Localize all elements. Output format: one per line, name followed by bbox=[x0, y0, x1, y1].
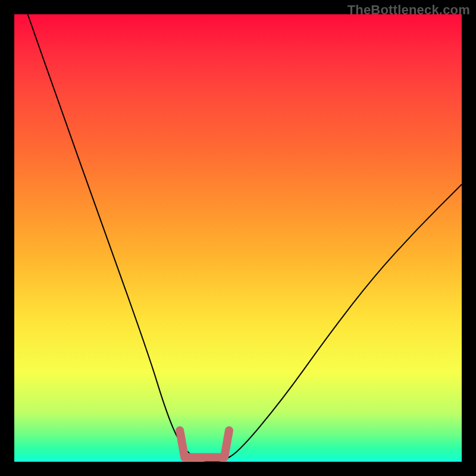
plot-area bbox=[14, 14, 462, 462]
chart-svg bbox=[14, 14, 462, 462]
optimal-zone-marker bbox=[180, 430, 229, 457]
bottleneck-curve bbox=[28, 14, 462, 462]
chart-frame: TheBottleneck.com bbox=[0, 0, 476, 476]
